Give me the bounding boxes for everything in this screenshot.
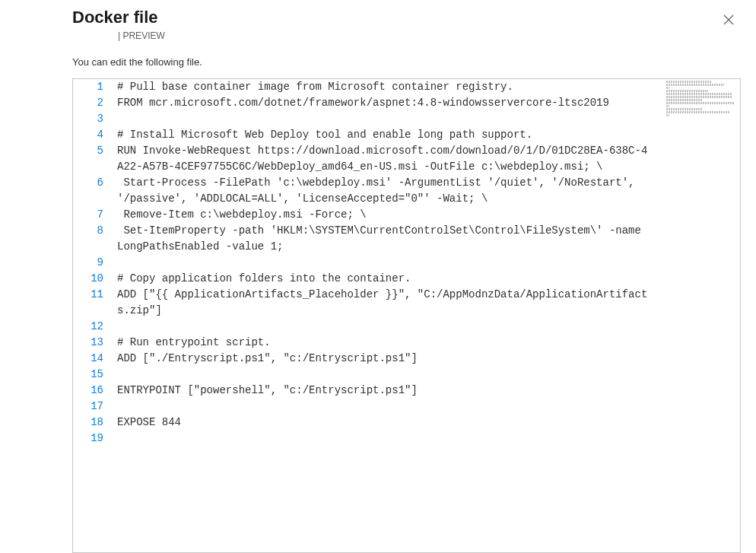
code-line[interactable]: 17 — [73, 399, 740, 415]
line-content[interactable]: RUN Invoke-WebRequest https://download.m… — [117, 143, 740, 175]
preview-badge: | PREVIEW — [72, 30, 165, 41]
line-content[interactable]: Remove-Item c:\webdeploy.msi -Force; \ — [117, 207, 740, 223]
line-content[interactable]: Set-ItemProperty -path 'HKLM:\SYSTEM\Cur… — [117, 223, 740, 255]
line-number: 6 — [73, 175, 117, 207]
line-content[interactable]: FROM mcr.microsoft.com/dotnet/framework/… — [117, 95, 740, 111]
code-line[interactable]: 18EXPOSE 844 — [73, 415, 740, 431]
editor-scroll[interactable]: 1# Pull base container image from Micros… — [73, 79, 740, 552]
line-content[interactable]: # Install Microsoft Web Deploy tool and … — [117, 127, 740, 143]
code-line[interactable]: 19 — [73, 431, 740, 447]
line-number: 7 — [73, 207, 117, 223]
line-number: 9 — [73, 255, 117, 271]
code-line[interactable]: 2FROM mcr.microsoft.com/dotnet/framework… — [73, 95, 740, 111]
panel-header: Docker file | PREVIEW — [72, 8, 741, 41]
line-content[interactable]: Start-Process -FilePath 'c:\webdeploy.ms… — [117, 175, 740, 207]
code-line[interactable]: 13# Run entrypoint script. — [73, 335, 740, 351]
line-content[interactable] — [117, 255, 740, 271]
line-number: 10 — [73, 271, 117, 287]
code-line[interactable]: 4# Install Microsoft Web Deploy tool and… — [73, 127, 740, 143]
line-number: 5 — [73, 143, 117, 175]
dockerfile-panel: Docker file | PREVIEW You can edit the f… — [0, 0, 756, 553]
line-content[interactable]: # Copy application folders into the cont… — [117, 271, 740, 287]
code-line[interactable]: 16ENTRYPOINT ["powershell", "c:/Entryscr… — [73, 383, 740, 399]
close-icon — [723, 14, 734, 25]
code-line[interactable]: 6 Start-Process -FilePath 'c:\webdeploy.… — [73, 175, 740, 207]
code-line[interactable]: 14ADD ["./Entryscript.ps1", "c:/Entryscr… — [73, 351, 740, 367]
line-number: 2 — [73, 95, 117, 111]
close-button[interactable] — [716, 8, 741, 32]
code-table: 1# Pull base container image from Micros… — [73, 79, 740, 447]
line-content[interactable] — [117, 111, 740, 127]
code-editor[interactable]: 1# Pull base container image from Micros… — [72, 78, 741, 553]
code-line[interactable]: 1# Pull base container image from Micros… — [73, 79, 740, 95]
code-line[interactable]: 8 Set-ItemProperty -path 'HKLM:\SYSTEM\C… — [73, 223, 740, 255]
line-number: 14 — [73, 351, 117, 367]
line-number: 8 — [73, 223, 117, 255]
line-content[interactable] — [117, 319, 740, 335]
line-content[interactable] — [117, 367, 740, 383]
line-number: 4 — [73, 127, 117, 143]
line-number: 3 — [73, 111, 117, 127]
line-content[interactable] — [117, 399, 740, 415]
panel-title: Docker file — [72, 8, 165, 27]
line-content[interactable] — [117, 431, 740, 447]
line-content[interactable]: ENTRYPOINT ["powershell", "c:/Entryscrip… — [117, 383, 740, 399]
code-line[interactable]: 7 Remove-Item c:\webdeploy.msi -Force; \ — [73, 207, 740, 223]
line-content[interactable]: ADD ["./Entryscript.ps1", "c:/Entryscrip… — [117, 351, 740, 367]
line-content[interactable]: EXPOSE 844 — [117, 415, 740, 431]
code-line[interactable]: 3 — [73, 111, 740, 127]
line-number: 15 — [73, 367, 117, 383]
title-block: Docker file | PREVIEW — [72, 8, 165, 41]
line-number: 1 — [73, 79, 117, 95]
line-number: 19 — [73, 431, 117, 447]
line-number: 12 — [73, 319, 117, 335]
line-number: 18 — [73, 415, 117, 431]
line-content[interactable]: # Run entrypoint script. — [117, 335, 740, 351]
code-line[interactable]: 5RUN Invoke-WebRequest https://download.… — [73, 143, 740, 175]
line-content[interactable]: # Pull base container image from Microso… — [117, 79, 740, 95]
code-line[interactable]: 15 — [73, 367, 740, 383]
line-content[interactable]: ADD ["{{ ApplicationArtifacts_Placeholde… — [117, 287, 740, 319]
preview-label: PREVIEW — [122, 30, 164, 41]
code-line[interactable]: 12 — [73, 319, 740, 335]
line-number: 17 — [73, 399, 117, 415]
code-line[interactable]: 9 — [73, 255, 740, 271]
instruction-text: You can edit the following file. — [72, 56, 741, 68]
code-line[interactable]: 10# Copy application folders into the co… — [73, 271, 740, 287]
line-number: 11 — [73, 287, 117, 319]
line-number: 16 — [73, 383, 117, 399]
line-number: 13 — [73, 335, 117, 351]
code-line[interactable]: 11ADD ["{{ ApplicationArtifacts_Placehol… — [73, 287, 740, 319]
